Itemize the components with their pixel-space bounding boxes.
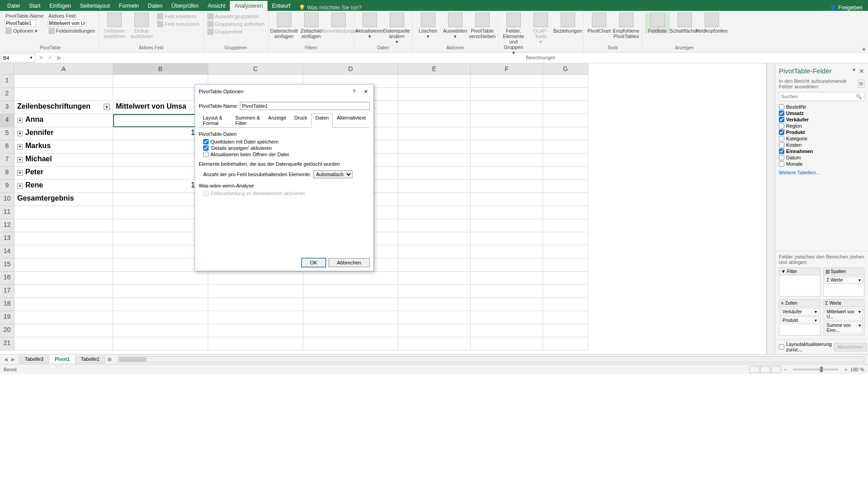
pivot-field-item[interactable]: Monate [779,161,864,167]
cell[interactable] [14,206,113,219]
cell[interactable] [14,245,113,259]
expand-row-icon[interactable]: + [17,170,23,176]
horizontal-scrollbar[interactable] [118,356,864,363]
cell[interactable] [113,232,208,245]
sheet-nav-next[interactable]: ▶ [10,356,16,363]
pivot-field-item[interactable]: Kosten [779,142,864,148]
pivot-field-item[interactable]: Einnahmen [779,148,864,154]
cell[interactable] [208,298,303,311]
row-header[interactable]: 10 [0,193,14,206]
cell[interactable] [208,272,303,285]
formula-input[interactable] [63,53,868,62]
cell[interactable] [471,153,543,167]
cell[interactable] [398,167,471,180]
field-checkbox[interactable] [779,129,784,135]
cell[interactable]: 9,5 [113,167,208,180]
cell[interactable] [471,114,543,127]
cell[interactable] [398,245,471,259]
sheet-tab[interactable]: Tabelle3 [19,355,49,363]
view-page-break-button[interactable] [771,366,781,373]
refresh-on-open-checkbox[interactable] [203,152,209,157]
area-columns[interactable]: ▥Spalten Σ Werte▾ [823,268,865,297]
cell[interactable] [543,140,588,153]
cell[interactable] [471,245,543,259]
cell[interactable] [543,337,588,350]
cell[interactable] [398,232,471,245]
sheet-nav-prev[interactable]: ◀ [3,356,9,363]
field-checkbox[interactable] [779,142,784,148]
cell[interactable] [113,298,208,311]
cell[interactable] [471,311,543,324]
cell[interactable] [471,259,543,272]
column-header[interactable]: C [208,63,303,75]
area-item[interactable]: Summe von Einn...▾ [825,321,863,334]
area-rows[interactable]: ≡Zeilen Verkäufer▾ Produkt▾ [779,299,820,336]
field-checkbox[interactable] [779,104,784,110]
zoom-level[interactable]: 180 % [850,367,864,372]
show-detail-checkbox[interactable] [203,145,209,151]
cell[interactable] [543,311,588,324]
cell[interactable]: Zeilenbeschriftungen▾ [14,101,113,114]
cell[interactable] [398,127,471,140]
cell[interactable]: +Peter [14,167,113,180]
cell[interactable]: 3,4 [113,153,208,167]
cell[interactable] [398,88,471,101]
cell[interactable] [398,75,471,88]
cell[interactable] [471,101,543,114]
share-button[interactable]: 👤 Freigeben [824,5,868,11]
cell[interactable] [208,337,303,350]
tell-me-search[interactable]: 💡 Was möchten Sie tun? [299,5,362,11]
cell[interactable] [303,324,398,337]
cell[interactable] [14,285,113,298]
tab-seitenlayout[interactable]: Seitenlayout [76,1,114,11]
cell[interactable] [471,193,543,206]
cell[interactable] [471,219,543,232]
cell[interactable] [208,311,303,324]
pivot-field-item[interactable]: Produkt [779,129,864,135]
refresh-button[interactable]: Aktualisieren ▾ [357,13,382,39]
cell[interactable] [398,101,471,114]
cell[interactable] [471,180,543,193]
cell[interactable] [543,245,588,259]
cell[interactable] [543,127,588,140]
ok-button[interactable]: OK [301,258,326,267]
field-checkbox[interactable] [779,136,784,141]
filter-dropdown-icon[interactable]: ▾ [104,104,110,110]
cell[interactable] [303,298,398,311]
area-item[interactable]: Produkt▾ [780,316,819,324]
fx-icon[interactable]: fx [54,53,63,62]
cell[interactable] [113,311,208,324]
insert-slicer-button[interactable]: Datenschnitt einfügen [272,13,297,39]
column-header[interactable]: D [303,63,398,75]
view-normal-button[interactable] [749,366,759,373]
close-icon[interactable]: ✕ [859,67,864,75]
collapse-ribbon-icon[interactable]: ▲ [862,46,866,51]
cell[interactable]: +Rene [14,180,113,193]
pivot-field-item[interactable]: Kategorie [779,135,864,142]
pivot-field-item[interactable]: Verkäufer [779,116,864,123]
close-icon[interactable]: ✕ [362,87,370,96]
buttons-toggle[interactable]: Schaltflächen [672,13,697,34]
row-header[interactable]: 14 [0,245,14,259]
cell[interactable] [398,219,471,232]
pivot-field-item[interactable]: Region [779,123,864,129]
cell[interactable] [398,285,471,298]
pivottable-name-input[interactable] [5,19,36,27]
dialog-tab-alttext[interactable]: Alternativtext [333,113,370,128]
tab-datei[interactable]: Datei [3,1,24,11]
cell[interactable] [543,259,588,272]
cell[interactable] [113,324,208,337]
cell[interactable] [543,88,588,101]
change-source-button[interactable]: Datenquelle ändern ▾ [384,13,410,44]
zoom-slider[interactable] [793,369,838,370]
row-header[interactable]: 16 [0,272,14,285]
cell[interactable] [208,285,303,298]
row-header[interactable]: 7 [0,153,14,167]
cell[interactable] [398,324,471,337]
cell[interactable]: Gesamtergebnis [14,193,113,206]
search-input[interactable] [781,94,856,99]
tab-ansicht[interactable]: Ansicht [203,1,230,11]
row-header[interactable]: 15 [0,259,14,272]
pivottable-options-button[interactable]: Optionen ▾ [5,27,46,34]
tab-daten[interactable]: Daten [143,1,167,11]
